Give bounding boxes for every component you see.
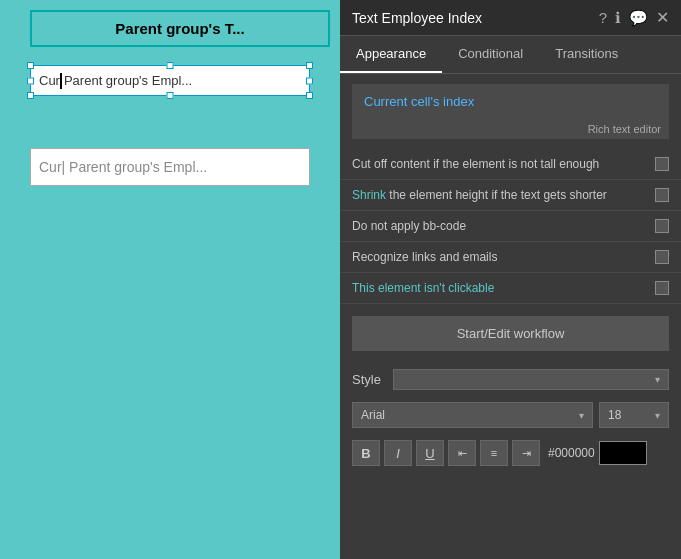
- option-shrink: Shrink the element height if the text ge…: [340, 180, 681, 211]
- option-bbcode-checkbox[interactable]: [655, 219, 669, 233]
- workflow-button[interactable]: Start/Edit workflow: [352, 316, 669, 351]
- rich-text-editor-label: Rich text editor: [588, 123, 661, 135]
- tab-appearance[interactable]: Appearance: [340, 36, 442, 73]
- font-chevron-icon: ▾: [579, 410, 584, 421]
- style-chevron-icon: ▾: [655, 374, 660, 385]
- option-cutoff: Cut off content if the element is not ta…: [340, 149, 681, 180]
- selected-element[interactable]: CurParent group's Empl...: [30, 65, 310, 96]
- canvas-area: Parent group's T... CurParent group's Em…: [0, 0, 340, 559]
- rich-text-area[interactable]: Current cell's index Rich text editor: [352, 84, 669, 139]
- option-links-label: Recognize links and emails: [352, 250, 655, 264]
- font-dropdown[interactable]: Arial ▾: [352, 402, 593, 428]
- color-swatch[interactable]: #000000: [548, 441, 647, 465]
- help-icon[interactable]: ?: [599, 9, 607, 26]
- option-shrink-label: Shrink the element height if the text ge…: [352, 188, 655, 202]
- close-icon[interactable]: ✕: [656, 8, 669, 27]
- panel-title: Text Employee Index: [352, 10, 482, 26]
- option-cutoff-checkbox[interactable]: [655, 157, 669, 171]
- option-clickable: This element isn't clickable: [340, 273, 681, 304]
- option-clickable-label: This element isn't clickable: [352, 281, 655, 295]
- style-dropdown[interactable]: ▾: [393, 369, 669, 390]
- format-row: B I U ⇤ ≡ ⇥ #000000: [340, 434, 681, 472]
- element1-text: CurParent group's Empl...: [39, 72, 192, 89]
- font-size: 18: [608, 408, 621, 422]
- info-icon[interactable]: ℹ: [615, 9, 621, 27]
- color-box[interactable]: [599, 441, 647, 465]
- element2[interactable]: Cur| Parent group's Empl...: [30, 148, 310, 186]
- style-label: Style: [352, 372, 381, 387]
- option-links-checkbox[interactable]: [655, 250, 669, 264]
- option-clickable-checkbox[interactable]: [655, 281, 669, 295]
- panel: Text Employee Index ? ℹ 💬 ✕ Appearance C…: [340, 0, 681, 559]
- font-size-chevron-icon: ▾: [655, 410, 660, 421]
- option-bbcode-label: Do not apply bb-code: [352, 219, 655, 233]
- element2-text: Cur| Parent group's Empl...: [39, 159, 207, 175]
- align-center-button[interactable]: ≡: [480, 440, 508, 466]
- align-right-button[interactable]: ⇥: [512, 440, 540, 466]
- comment-icon[interactable]: 💬: [629, 9, 648, 27]
- bold-button[interactable]: B: [352, 440, 380, 466]
- italic-button[interactable]: I: [384, 440, 412, 466]
- align-left-button[interactable]: ⇤: [448, 440, 476, 466]
- option-bbcode: Do not apply bb-code: [340, 211, 681, 242]
- panel-header-icons: ? ℹ 💬 ✕: [599, 8, 669, 27]
- color-label: #000000: [548, 446, 595, 460]
- tab-conditional[interactable]: Conditional: [442, 36, 539, 73]
- panel-tabs: Appearance Conditional Transitions: [340, 36, 681, 74]
- font-name: Arial: [361, 408, 385, 422]
- parent-group-title: Parent group's T...: [30, 10, 330, 47]
- panel-header: Text Employee Index ? ℹ 💬 ✕: [340, 0, 681, 36]
- tab-transitions[interactable]: Transitions: [539, 36, 634, 73]
- option-links: Recognize links and emails: [340, 242, 681, 273]
- option-cutoff-label: Cut off content if the element is not ta…: [352, 157, 655, 171]
- rich-text-link[interactable]: Current cell's index: [364, 94, 474, 109]
- font-row: Arial ▾ 18 ▾: [340, 396, 681, 434]
- panel-content: Current cell's index Rich text editor Cu…: [340, 74, 681, 559]
- style-row: Style ▾: [340, 359, 681, 396]
- font-size-dropdown[interactable]: 18 ▾: [599, 402, 669, 428]
- option-shrink-checkbox[interactable]: [655, 188, 669, 202]
- underline-button[interactable]: U: [416, 440, 444, 466]
